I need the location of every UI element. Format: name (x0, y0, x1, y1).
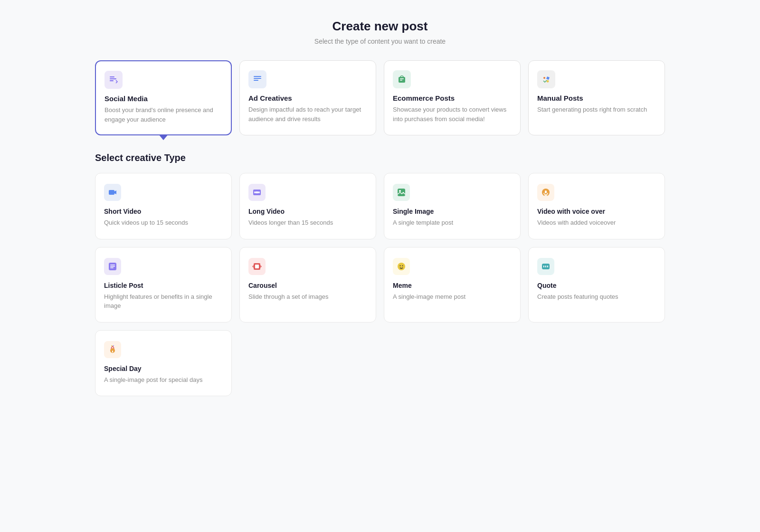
svg-point-29 (398, 263, 405, 270)
creative-card-listicle[interactable]: Listicle Post Highlight features or bene… (95, 247, 232, 323)
video-voice-over-name: Video with voice over (537, 208, 656, 215)
svg-rect-12 (109, 190, 114, 195)
category-card-manual[interactable]: Manual Posts Start generating posts righ… (528, 60, 665, 135)
long-video-name: Long Video (248, 208, 367, 215)
creative-grid-row3: Special Day A single-image post for spec… (95, 330, 665, 397)
svg-rect-3 (110, 80, 114, 81)
ad-creatives-icon (248, 70, 266, 88)
meme-icon (393, 258, 410, 275)
creative-card-special-day[interactable]: Special Day A single-image post for spec… (95, 330, 232, 397)
creative-card-carousel[interactable]: Carousel Slide through a set of images (239, 247, 376, 323)
carousel-desc: Slide through a set of images (248, 292, 367, 302)
svg-rect-8 (400, 78, 404, 79)
carousel-name: Carousel (248, 282, 367, 289)
section-title: Select creative Type (95, 152, 665, 163)
special-day-icon (104, 341, 121, 358)
svg-rect-35 (547, 266, 548, 267)
short-video-desc: Quick videos up to 15 seconds (104, 218, 223, 228)
ecommerce-desc: Showcase your products to convert views … (393, 105, 512, 124)
svg-point-10 (543, 77, 545, 79)
quote-desc: Create posts featuring quotes (537, 292, 656, 302)
svg-rect-1 (110, 76, 114, 77)
page-container: Create new post Select the type of conte… (95, 19, 665, 513)
creative-card-single-image[interactable]: Single Image A single template post (384, 173, 521, 239)
ecommerce-name: Ecommerce Posts (393, 94, 512, 102)
single-image-icon (393, 184, 410, 201)
category-card-ecommerce[interactable]: Ecommerce Posts Showcase your products t… (384, 60, 521, 135)
page-subtitle: Select the type of content you want to c… (95, 38, 665, 45)
single-image-desc: A single template post (393, 218, 512, 228)
long-video-icon (248, 184, 266, 201)
creative-card-meme[interactable]: Meme A single-image meme post (384, 247, 521, 323)
social-media-icon (104, 71, 123, 89)
svg-rect-37 (112, 351, 113, 352)
short-video-icon (104, 184, 121, 201)
svg-rect-17 (398, 189, 405, 196)
creative-card-video-voice-over[interactable]: Video with voice over Videos with added … (528, 173, 665, 239)
creative-card-quote[interactable]: Quote Create posts featuring quotes (528, 247, 665, 323)
svg-rect-34 (545, 266, 546, 267)
carousel-icon (248, 258, 266, 275)
svg-rect-4 (254, 76, 261, 77)
long-video-desc: Videos longer than 15 seconds (248, 218, 367, 228)
short-video-name: Short Video (104, 208, 223, 215)
video-voice-over-icon (537, 184, 554, 201)
creative-card-short-video[interactable]: Short Video Quick videos up to 15 second… (95, 173, 232, 239)
svg-point-18 (399, 190, 401, 192)
social-media-desc: Boost your brand's online presence and e… (104, 105, 222, 124)
svg-rect-16 (256, 191, 258, 193)
social-media-name: Social Media (104, 95, 222, 103)
svg-rect-24 (110, 265, 115, 266)
video-voice-over-desc: Videos with added voiceover (537, 218, 656, 228)
quote-name: Quote (537, 282, 656, 289)
svg-rect-28 (255, 265, 259, 268)
meme-name: Meme (393, 282, 512, 289)
creative-card-long-video[interactable]: Long Video Videos longer than 15 seconds (239, 173, 376, 239)
listicle-name: Listicle Post (104, 282, 223, 289)
svg-rect-25 (110, 266, 115, 267)
category-card-social-media[interactable]: Social Media Boost your brand's online p… (95, 60, 232, 135)
svg-point-15 (258, 191, 260, 193)
ecommerce-icon (393, 70, 411, 88)
svg-rect-2 (110, 78, 116, 79)
listicle-icon (104, 258, 121, 275)
category-card-ad-creatives[interactable]: Ad Creatives Design impactful ads to rea… (239, 60, 376, 135)
svg-point-14 (254, 191, 256, 193)
quote-icon (537, 258, 554, 275)
listicle-desc: Highlight features or benefits in a sing… (104, 292, 223, 311)
svg-point-31 (402, 265, 403, 266)
svg-rect-20 (545, 190, 547, 193)
svg-rect-6 (254, 80, 258, 81)
creative-grid-row2: Listicle Post Highlight features or bene… (95, 247, 665, 323)
page-title: Create new post (95, 19, 665, 34)
svg-rect-5 (254, 78, 261, 79)
svg-rect-33 (543, 266, 544, 267)
meme-desc: A single-image meme post (393, 292, 512, 302)
special-day-desc: A single-image post for special days (104, 375, 223, 385)
svg-rect-9 (400, 80, 402, 81)
special-day-name: Special Day (104, 365, 223, 372)
manual-posts-desc: Start generating posts right from scratc… (537, 105, 656, 114)
single-image-name: Single Image (393, 208, 512, 215)
creative-grid-row1: Short Video Quick videos up to 15 second… (95, 173, 665, 239)
ad-creatives-desc: Design impactful ads to reach your targe… (248, 105, 367, 124)
svg-rect-26 (110, 267, 114, 268)
manual-posts-name: Manual Posts (537, 94, 656, 102)
svg-rect-0 (108, 75, 119, 85)
category-row: Social Media Boost your brand's online p… (95, 60, 665, 135)
manual-posts-icon (537, 70, 555, 88)
svg-point-30 (400, 265, 401, 266)
ad-creatives-name: Ad Creatives (248, 94, 367, 102)
